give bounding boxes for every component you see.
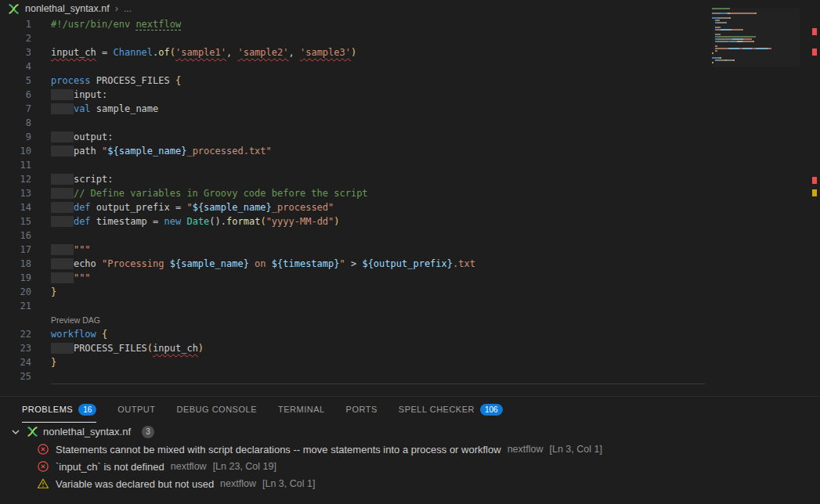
panel-tab-output[interactable]: OUTPUT (117, 397, 155, 423)
line-number[interactable]: 12 (0, 172, 31, 186)
minimap-line (712, 17, 800, 19)
problems-file-name: nonlethal_syntax.nf (43, 426, 131, 437)
line-number[interactable]: 16 (0, 229, 31, 243)
code-token: } (51, 357, 56, 368)
breadcrumb: nonlethal_syntax.nf › ... (0, 0, 820, 17)
overview-ruler-warning-mark[interactable] (812, 189, 817, 196)
line-content (31, 229, 51, 243)
code-token: nextflow (135, 19, 181, 30)
line-content: } (31, 355, 56, 369)
minimap-line (712, 50, 800, 52)
minimap-token (715, 27, 721, 28)
line-number[interactable]: 22 (0, 327, 31, 341)
code-line[interactable]: 5process PROCESS_FILES { (0, 74, 797, 88)
problems-file-row[interactable]: nonlethal_syntax.nf 3 (0, 423, 820, 441)
problem-location: [Ln 3, Col 1] (262, 478, 315, 489)
line-number[interactable]: 2 (0, 31, 31, 45)
codelens-row[interactable]: Preview DAG (0, 313, 797, 327)
code-line[interactable]: 1#!/usr/bin/env nextflow (0, 17, 797, 31)
minimap-token (727, 59, 733, 61)
line-number[interactable]: 17 (0, 243, 31, 257)
line-number[interactable]: 3 (0, 45, 31, 59)
line-number[interactable]: 8 (0, 116, 31, 130)
code-line[interactable]: 22workflow { (0, 327, 797, 341)
code-line[interactable]: 11 (0, 158, 797, 172)
code-token: = (96, 47, 114, 58)
breadcrumb-filename[interactable]: nonlethal_syntax.nf (25, 3, 110, 14)
line-number[interactable]: 1 (0, 17, 31, 31)
code-line[interactable]: 9 output: (0, 130, 797, 144)
line-number[interactable]: 7 (0, 102, 31, 116)
code-token: "Processing (102, 258, 170, 269)
code-line[interactable]: 8 (0, 116, 797, 130)
minimap-line (712, 10, 800, 12)
panel-tab-ports[interactable]: PORTS (346, 397, 377, 423)
overview-ruler-error-mark[interactable] (812, 28, 817, 35)
code-line[interactable]: 6 input: (0, 88, 797, 102)
line-number[interactable]: 11 (0, 158, 31, 172)
code-line[interactable]: 17 """ (0, 243, 797, 257)
line-number[interactable] (0, 313, 31, 327)
line-content: workflow { (31, 327, 107, 341)
code-line[interactable]: 14 def output_prefix = "${sample_name}_p… (0, 200, 797, 214)
panel-tab-debug-console[interactable]: DEBUG CONSOLE (177, 397, 257, 423)
code-token: output: (74, 131, 114, 142)
line-number[interactable]: 24 (0, 355, 31, 369)
code-line[interactable]: 20} (0, 285, 797, 299)
breadcrumb-more[interactable]: ... (124, 3, 132, 14)
line-number[interactable]: 19 (0, 271, 31, 285)
panel-tab-spell-checker[interactable]: SPELL CHECKER106 (399, 397, 503, 423)
code-line[interactable]: 4 (0, 59, 797, 74)
code-line[interactable]: 12 script: (0, 172, 797, 186)
indent-highlight (51, 103, 74, 114)
panel-tab-terminal[interactable]: TERMINAL (278, 397, 325, 423)
minimap[interactable] (712, 8, 800, 67)
code-line[interactable]: 24} (0, 355, 797, 369)
minimap-token (712, 17, 717, 19)
code-token: 'sample3' (300, 47, 351, 58)
code-line[interactable]: 3input_ch = Channel.of('sample1', 'sampl… (0, 45, 797, 59)
code-line[interactable]: 7 val sample_name (0, 102, 797, 116)
code-line[interactable]: 21 (0, 299, 797, 313)
code-line[interactable]: 19 """ (0, 271, 797, 285)
line-content: input: (31, 88, 107, 102)
line-number[interactable]: 15 (0, 214, 31, 229)
line-number[interactable]: 5 (0, 74, 31, 88)
code-line[interactable]: 15 def timestamp = new Date().format("yy… (0, 214, 797, 229)
minimap-token (715, 45, 717, 47)
chevron-down-icon[interactable] (9, 426, 22, 438)
codelens-preview-dag[interactable]: Preview DAG (51, 315, 100, 325)
panel-tab-problems[interactable]: PROBLEMS16 (22, 397, 96, 423)
vscode-window: { "breadcrumb": { "file": "nonlethal_syn… (0, 0, 820, 504)
line-number[interactable]: 9 (0, 130, 31, 144)
line-number[interactable]: 21 (0, 299, 31, 313)
code-line[interactable]: 18 echo "Processing ${sample_name} on ${… (0, 257, 797, 271)
code-line[interactable]: 23 PROCESS_FILES(input_ch) (0, 341, 797, 355)
code-line[interactable]: 13 // Define variables in Groovy code be… (0, 186, 797, 200)
code-editor[interactable]: 1#!/usr/bin/env nextflow23input_ch = Cha… (0, 17, 797, 384)
line-number[interactable]: 18 (0, 257, 31, 271)
line-number[interactable]: 6 (0, 88, 31, 102)
code-line[interactable]: 10 path "${sample_name}_processed.txt" (0, 144, 797, 158)
nextflow-logo-icon (27, 426, 38, 437)
line-number[interactable]: 25 (0, 369, 31, 383)
code-line[interactable]: 25 (0, 369, 797, 383)
problem-row-error[interactable]: `input_ch` is not definednextflow[Ln 23,… (0, 458, 820, 475)
overview-ruler-error-mark[interactable] (812, 49, 817, 56)
line-number[interactable]: 23 (0, 341, 31, 355)
code-line[interactable]: 16 (0, 229, 797, 243)
line-number[interactable]: 14 (0, 200, 31, 214)
problem-row-warning[interactable]: Variable was declared but not usednextfl… (0, 475, 820, 492)
line-number[interactable]: 10 (0, 144, 31, 158)
minimap-token (743, 38, 752, 40)
bottom-panel: PROBLEMS16OUTPUTDEBUG CONSOLETERMINALPOR… (0, 396, 820, 504)
line-number[interactable]: 13 (0, 186, 31, 200)
editor-rows: 1#!/usr/bin/env nextflow23input_ch = Cha… (0, 17, 797, 383)
overview-ruler-error-mark[interactable] (812, 177, 817, 184)
line-number[interactable]: 4 (0, 59, 31, 74)
line-content: PROCESS_FILES(input_ch) (31, 341, 204, 355)
problem-row-error[interactable]: Statements cannot be mixed with script d… (0, 441, 820, 458)
minimap-token (715, 59, 725, 61)
line-number[interactable]: 20 (0, 285, 31, 299)
code-line[interactable]: 2 (0, 31, 797, 45)
